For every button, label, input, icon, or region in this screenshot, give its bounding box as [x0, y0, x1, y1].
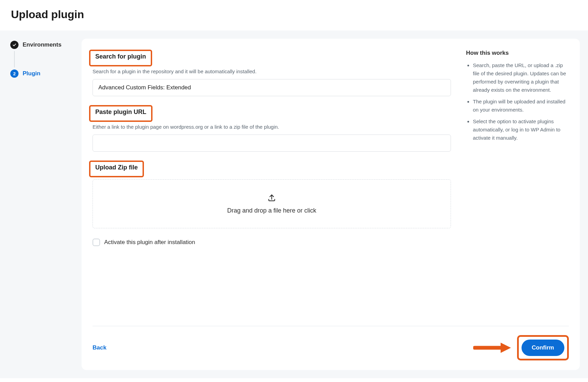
- annotation-highlight: Paste plugin URL: [89, 105, 152, 122]
- activate-checkbox-label: Activate this plugin after installation: [104, 239, 195, 246]
- card-columns: Search for plugin Search for a plugin in…: [93, 50, 569, 312]
- section-heading: Search for plugin: [93, 52, 149, 62]
- section-search-plugin: Search for plugin Search for a plugin in…: [93, 50, 451, 96]
- page-header: Upload plugin: [0, 0, 588, 30]
- arrow-right-icon: [473, 342, 511, 354]
- upload-icon: [267, 193, 276, 202]
- svg-marker-2: [501, 343, 511, 353]
- step-environments[interactable]: Environments: [10, 41, 73, 49]
- activate-checkbox[interactable]: [93, 239, 100, 246]
- main-card: Search for plugin Search for a plugin in…: [82, 39, 580, 370]
- aside-list-item: The plugin will be uploaded and installe…: [473, 98, 569, 114]
- back-button[interactable]: Back: [93, 344, 107, 351]
- wizard-steps: Environments 2 Plugin: [8, 39, 73, 370]
- step-plugin[interactable]: 2 Plugin: [10, 69, 73, 78]
- search-plugin-input[interactable]: [93, 79, 451, 96]
- aside-heading: How this works: [466, 50, 569, 56]
- section-description: Search for a plugin in the repository an…: [93, 68, 451, 74]
- confirm-wrap: Confirm: [473, 335, 569, 360]
- form-column: Search for plugin Search for a plugin in…: [93, 50, 451, 312]
- body-area: Environments 2 Plugin Search for plugin …: [0, 30, 588, 378]
- aside-list-item: Search, paste the URL, or upload a .zip …: [473, 61, 569, 94]
- section-paste-url: Paste plugin URL Either a link to the pl…: [93, 105, 451, 152]
- dropzone-text: Drag and drop a file here or click: [100, 207, 444, 214]
- step-number-badge: 2: [10, 69, 19, 78]
- file-dropzone[interactable]: Drag and drop a file here or click: [93, 179, 451, 228]
- annotation-highlight: Confirm: [517, 335, 569, 360]
- how-this-works-aside: How this works Search, paste the URL, or…: [466, 50, 569, 312]
- section-description: Either a link to the plugin page on word…: [93, 124, 451, 130]
- confirm-button[interactable]: Confirm: [522, 340, 564, 356]
- aside-list: Search, paste the URL, or upload a .zip …: [466, 61, 569, 142]
- activate-checkbox-row: Activate this plugin after installation: [93, 239, 451, 246]
- step-label: Environments: [23, 41, 61, 48]
- annotation-highlight: Search for plugin: [89, 50, 152, 66]
- section-upload-zip: Upload Zip file Drag and drop a file her…: [93, 161, 451, 228]
- step-connector: [14, 51, 15, 67]
- checkmark-icon: [10, 41, 19, 49]
- plugin-url-input[interactable]: [93, 135, 451, 152]
- aside-list-item: Select the option to activate plugins au…: [473, 117, 569, 142]
- card-footer: Back Confirm: [93, 326, 569, 360]
- page-title: Upload plugin: [11, 8, 577, 21]
- annotation-highlight: Upload Zip file: [89, 161, 144, 177]
- section-heading: Upload Zip file: [93, 163, 140, 173]
- step-label: Plugin: [23, 70, 40, 77]
- section-heading: Paste plugin URL: [93, 107, 149, 117]
